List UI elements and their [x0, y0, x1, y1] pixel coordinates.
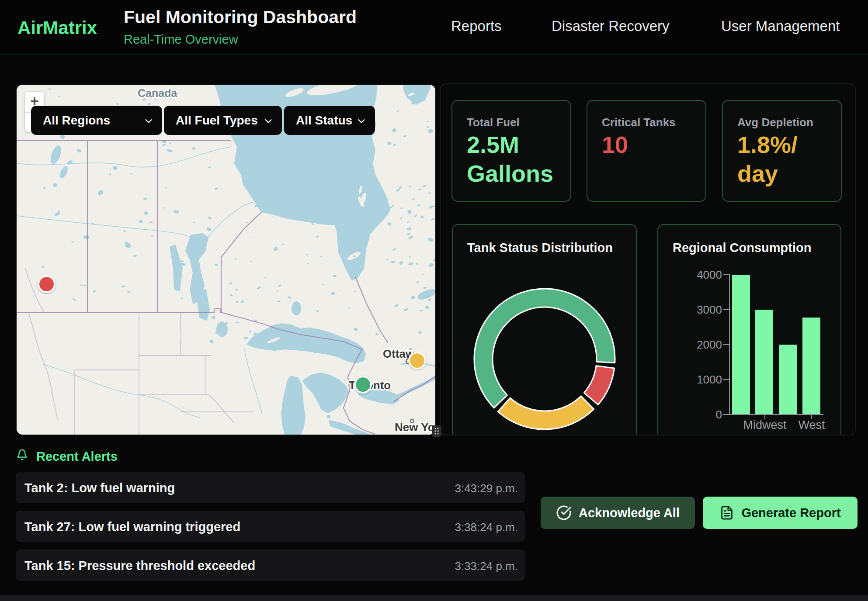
svg-text:Canada: Canada [138, 87, 177, 99]
svg-text:0: 0 [716, 408, 722, 421]
svg-text:Midwest: Midwest [743, 418, 787, 432]
svg-text:2000: 2000 [697, 338, 722, 351]
svg-text:West: West [798, 418, 825, 432]
svg-text:4000: 4000 [697, 268, 722, 281]
svg-text:1000: 1000 [697, 373, 722, 386]
svg-text:New York: New York [395, 421, 436, 434]
svg-text:3000: 3000 [697, 303, 722, 316]
